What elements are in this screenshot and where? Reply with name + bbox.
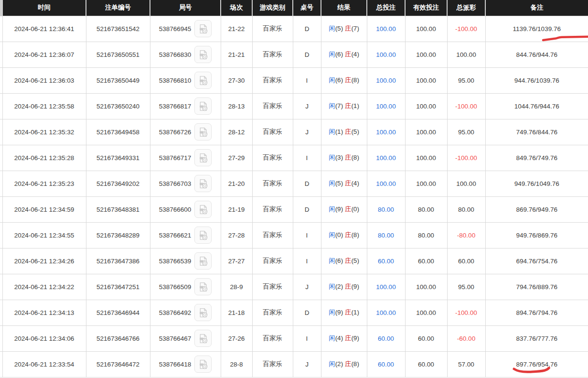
table_no-cell: D [293, 16, 321, 42]
time-cell: 2024-06-21 12:33:54 [2, 351, 86, 377]
valid_bet-cell: 100.00 [405, 300, 447, 325]
column-header-session: 场次 [221, 0, 252, 16]
round_id-cell: 538766492 [150, 300, 221, 325]
video-replay-button[interactable] [194, 97, 212, 115]
game_type-cell: 百家乐 [252, 145, 293, 171]
round_id-cell: 538766509 [150, 274, 221, 300]
result-cell: 闲(9) 庄(1) [321, 300, 367, 325]
round_id-cell: 538766621 [150, 222, 221, 248]
table-row: 2024-06-21 12:35:58521673650240538766817… [0, 93, 588, 119]
valid_bet-cell: 80.00 [405, 196, 447, 222]
valid_bet-cell: 100.00 [405, 93, 447, 119]
column-header-bet_id: 注单编号 [86, 0, 150, 16]
video-replay-button[interactable] [194, 356, 212, 373]
remark-cell: 694.76/754.76 [485, 248, 588, 274]
banker-points: (8) [351, 360, 359, 367]
video-replay-button[interactable] [194, 330, 212, 347]
banker-points: (4) [351, 180, 359, 187]
video-replay-button[interactable] [194, 46, 212, 63]
table_no-cell: I [293, 325, 321, 351]
column-header-table_no: 桌号 [293, 0, 321, 16]
player-label: 闲 [329, 231, 335, 238]
payout-cell: 80.00 [447, 196, 485, 222]
video-file-icon [198, 333, 209, 344]
video-replay-button[interactable] [194, 227, 212, 244]
round_id-cell: 538766817 [150, 93, 221, 119]
banker-points: (4) [351, 51, 359, 58]
banker-label: 庄 [345, 309, 352, 316]
player-points: (9) [335, 205, 345, 213]
payout-cell: 100.00 [447, 42, 485, 67]
video-file-icon [198, 101, 209, 112]
bet_id-cell: 521673650551 [86, 42, 150, 67]
video-replay-button[interactable] [194, 278, 212, 295]
payout-cell: 95.00 [447, 67, 485, 93]
bet_id-cell: 521673648381 [86, 196, 150, 222]
round-number: 538766492 [159, 309, 192, 316]
video-replay-button[interactable] [194, 149, 212, 166]
round_id-cell: 538766467 [150, 325, 221, 351]
player-label: 闲 [329, 25, 335, 32]
time-cell: 2024-06-21 12:34:22 [2, 274, 86, 300]
column-header-remark: 备注 [485, 0, 588, 16]
video-file-icon [198, 152, 209, 163]
player-label: 闲 [329, 360, 335, 367]
banker-label: 庄 [345, 360, 352, 367]
payout-cell: -100.00 [447, 300, 485, 325]
round-number: 538766717 [159, 154, 192, 162]
time-cell: 2024-06-21 12:35:32 [2, 119, 86, 145]
player-label: 闲 [329, 51, 335, 58]
table-row: 2024-06-21 12:35:23521673649202538766703… [0, 171, 588, 196]
result-cell: 闲(5) 庄(7) [321, 16, 367, 42]
video-replay-button[interactable] [194, 123, 212, 140]
payout-cell: 60.00 [447, 248, 485, 274]
video-file-icon [198, 307, 209, 318]
session-cell: 21-20 [221, 171, 252, 196]
valid_bet-cell: 80.00 [405, 222, 447, 248]
table_no-cell: J [293, 93, 321, 119]
game_type-cell: 百家乐 [252, 274, 293, 300]
total_bet-cell: 100.00 [367, 93, 405, 119]
video-replay-button[interactable] [194, 252, 212, 270]
player-label: 闲 [329, 180, 335, 187]
banker-points: (5) [351, 257, 359, 264]
table-row: 2024-06-21 12:34:22521673647251538766509… [0, 274, 588, 300]
round-id-group: 538766621 [159, 227, 212, 244]
round-id-group: 538766717 [159, 149, 212, 166]
round-id-group: 538766703 [159, 175, 212, 192]
player-points: (9) [335, 309, 345, 316]
payout-cell: -60.00 [447, 325, 485, 351]
session-cell: 21-21 [221, 42, 252, 67]
valid_bet-cell: 60.00 [405, 325, 447, 351]
result-cell: 闲(4) 庄(9) [321, 325, 367, 351]
result-cell: 闲(3) 庄(8) [321, 145, 367, 171]
round-number: 538766509 [159, 283, 192, 291]
player-points: (6) [335, 76, 345, 84]
time-cell: 2024-06-21 12:34:59 [2, 196, 86, 222]
result-cell: 闲(6) 庄(8) [321, 67, 367, 93]
total_bet-cell: 80.00 [367, 222, 405, 248]
banker-label: 庄 [345, 335, 352, 342]
table_no-cell: D [293, 196, 321, 222]
round_id-cell: 538766418 [150, 351, 221, 377]
round-number: 538766703 [159, 180, 192, 187]
player-points: (5) [335, 25, 345, 32]
valid_bet-cell: 60.00 [405, 351, 447, 377]
banker-label: 庄 [345, 180, 352, 187]
player-label: 闲 [329, 76, 335, 84]
video-replay-button[interactable] [194, 72, 212, 89]
video-replay-button[interactable] [194, 201, 212, 218]
video-replay-button[interactable] [194, 304, 212, 321]
video-replay-button[interactable] [194, 20, 212, 37]
video-replay-button[interactable] [194, 175, 212, 192]
player-label: 闲 [329, 102, 335, 109]
total_bet-cell: 60.00 [367, 325, 405, 351]
table-row: 2024-06-21 12:34:26521673647386538766539… [0, 248, 588, 274]
payout-cell: 95.00 [447, 119, 485, 145]
banker-label: 庄 [345, 76, 352, 84]
player-label: 闲 [329, 283, 335, 290]
video-file-icon [198, 359, 209, 370]
table_no-cell: D [293, 42, 321, 67]
banker-points: (7) [351, 25, 359, 32]
result-cell: 闲(6) 庄(5) [321, 248, 367, 274]
